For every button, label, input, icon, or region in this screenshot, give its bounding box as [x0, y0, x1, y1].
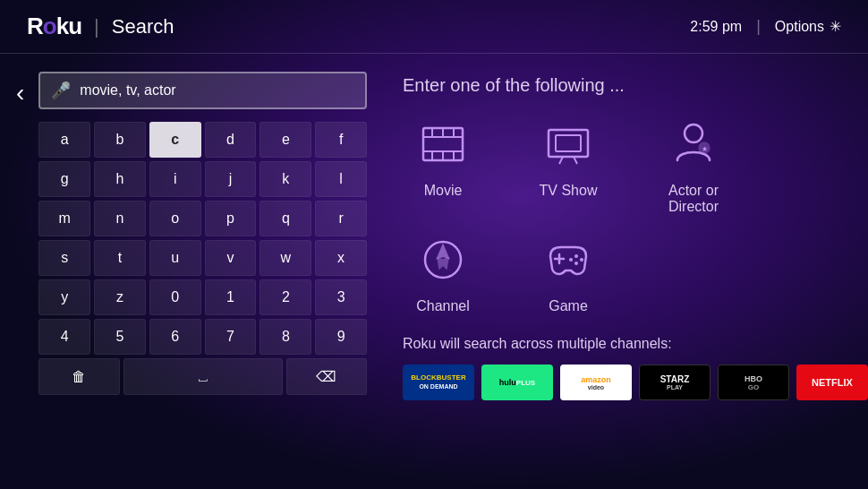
- key-h[interactable]: h: [94, 161, 146, 197]
- channel-hulu: huluPLUS: [481, 365, 553, 400]
- key-5[interactable]: 5: [94, 319, 146, 355]
- channel-label: Channel: [416, 298, 470, 314]
- key-l[interactable]: l: [315, 161, 367, 197]
- page-content: Roku | Search 2:59 pm | Options ✳ ‹ 🎤 mo…: [0, 0, 868, 489]
- search-input[interactable]: movie, tv, actor: [80, 82, 354, 99]
- amazon-sub-label: video: [588, 384, 604, 390]
- hbo-sub-label: GO: [748, 383, 759, 391]
- blockbuster-label: BLOCKBUSTERON DEMAND: [411, 373, 465, 392]
- header-right: 2:59 pm | Options ✳: [690, 17, 841, 36]
- enter-prompt: Enter one of the following ...: [403, 75, 868, 96]
- category-row-2: Channel: [403, 236, 868, 314]
- channel-blockbuster: BLOCKBUSTERON DEMAND: [403, 365, 474, 400]
- key-z[interactable]: z: [94, 279, 146, 315]
- header: Roku | Search 2:59 pm | Options ✳: [0, 0, 868, 54]
- keyboard: a b c d e f g h i j k l m n o p q: [38, 122, 367, 355]
- svg-point-22: [569, 258, 573, 262]
- svg-point-13: [685, 124, 702, 142]
- key-2[interactable]: 2: [260, 279, 311, 315]
- movie-icon: [420, 121, 466, 174]
- category-movie[interactable]: Movie: [403, 121, 483, 215]
- space-key[interactable]: ⎵: [123, 358, 283, 395]
- left-panel: ‹ 🎤 movie, tv, actor a b c d e f g h: [0, 54, 376, 489]
- category-channel[interactable]: Channel: [403, 236, 483, 314]
- actor-director-icon: ★: [670, 121, 717, 174]
- netflix-label: NETFLIX: [812, 377, 853, 388]
- svg-point-21: [574, 262, 578, 265]
- channel-logos: BLOCKBUSTERON DEMAND huluPLUS amazon vid…: [403, 365, 868, 400]
- svg-point-20: [580, 258, 583, 262]
- key-c[interactable]: c: [149, 122, 201, 158]
- key-4[interactable]: 4: [38, 319, 90, 355]
- key-p[interactable]: p: [205, 201, 257, 236]
- key-s[interactable]: s: [38, 240, 90, 276]
- options-label: Options: [775, 19, 824, 35]
- key-8[interactable]: 8: [260, 319, 311, 355]
- key-f[interactable]: f: [315, 122, 367, 158]
- channels-section: Roku will search across multiple channel…: [403, 336, 868, 400]
- key-u[interactable]: u: [149, 240, 201, 276]
- key-0[interactable]: 0: [149, 279, 201, 315]
- key-k[interactable]: k: [260, 161, 311, 197]
- key-v[interactable]: v: [205, 240, 257, 276]
- hulu-label: huluPLUS: [499, 378, 535, 387]
- category-actor-director[interactable]: ★ Actor orDirector: [653, 121, 734, 215]
- key-1[interactable]: 1: [205, 279, 257, 315]
- key-d[interactable]: d: [205, 122, 257, 158]
- key-n[interactable]: n: [94, 201, 146, 236]
- header-title: Search: [112, 15, 174, 39]
- keyboard-special-row: 🗑 ⎵ ⌫: [38, 358, 367, 395]
- svg-text:★: ★: [702, 145, 708, 153]
- channel-icon: [420, 236, 466, 289]
- search-bar[interactable]: 🎤 movie, tv, actor: [38, 72, 367, 109]
- key-q[interactable]: q: [260, 201, 311, 236]
- header-time: 2:59 pm: [690, 19, 742, 35]
- key-o[interactable]: o: [149, 201, 201, 236]
- channel-amazon: amazon video: [560, 365, 632, 400]
- tv-show-label: TV Show: [540, 183, 598, 199]
- actor-director-label: Actor orDirector: [668, 183, 719, 215]
- category-game[interactable]: Game: [528, 236, 608, 314]
- channels-title: Roku will search across multiple channel…: [403, 336, 868, 352]
- key-m[interactable]: m: [38, 201, 90, 236]
- back-button[interactable]: ‹: [9, 75, 31, 111]
- amazon-label: amazon: [581, 375, 611, 384]
- channel-hbo: HBO GO: [718, 365, 789, 400]
- key-i[interactable]: i: [149, 161, 201, 197]
- movie-label: Movie: [424, 183, 463, 199]
- key-e[interactable]: e: [260, 122, 311, 158]
- svg-point-19: [574, 254, 578, 258]
- options-button[interactable]: Options ✳: [775, 18, 841, 35]
- header-divider: |: [94, 15, 99, 39]
- main-content: ‹ 🎤 movie, tv, actor a b c d e f g h: [0, 54, 868, 489]
- key-r[interactable]: r: [315, 201, 367, 236]
- key-x[interactable]: x: [315, 240, 367, 276]
- svg-rect-10: [556, 135, 581, 151]
- key-j[interactable]: j: [205, 161, 257, 197]
- key-6[interactable]: 6: [149, 319, 201, 355]
- key-y[interactable]: y: [38, 279, 90, 315]
- hbo-label: HBO: [745, 374, 762, 383]
- mic-icon[interactable]: 🎤: [51, 81, 71, 100]
- game-icon: [545, 236, 591, 289]
- delete-icon: 🗑: [72, 369, 86, 385]
- key-9[interactable]: 9: [315, 319, 367, 355]
- key-w[interactable]: w: [260, 240, 311, 276]
- right-panel: Enter one of the following ...: [376, 54, 868, 489]
- key-t[interactable]: t: [94, 240, 146, 276]
- key-b[interactable]: b: [94, 122, 146, 158]
- channel-netflix: NETFLIX: [796, 365, 868, 400]
- starz-sub-label: PLAY: [667, 384, 683, 390]
- options-asterisk-icon: ✳: [830, 18, 841, 35]
- key-g[interactable]: g: [38, 161, 90, 197]
- header-separator: |: [756, 17, 761, 36]
- key-3[interactable]: 3: [315, 279, 367, 315]
- keyboard-area: 🎤 movie, tv, actor a b c d e f g h i j k: [38, 72, 367, 395]
- backspace-key[interactable]: ⌫: [286, 358, 367, 395]
- category-tv-show[interactable]: TV Show: [528, 121, 608, 215]
- key-a[interactable]: a: [38, 122, 90, 158]
- channel-starz: STARZ PLAY: [639, 365, 711, 400]
- delete-key[interactable]: 🗑: [38, 358, 119, 395]
- key-7[interactable]: 7: [205, 319, 257, 355]
- categories-container: Movie TV Show: [403, 121, 868, 314]
